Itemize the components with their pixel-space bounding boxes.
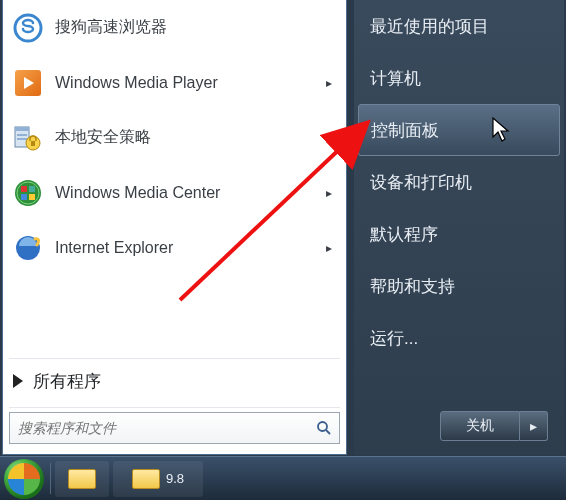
right-item-label: 控制面板	[371, 119, 439, 142]
svg-rect-3	[15, 127, 29, 131]
program-label: 搜狗高速浏览器	[55, 17, 338, 38]
sogou-icon	[11, 11, 45, 45]
program-label: 本地安全策略	[55, 127, 338, 148]
taskbar-pinned-explorer[interactable]	[55, 461, 109, 497]
arrow-right-icon	[13, 374, 23, 388]
svg-rect-5	[17, 138, 27, 140]
program-label: Windows Media Center	[55, 184, 316, 202]
start-menu: 搜狗高速浏览器 Windows Media Player ▸ 本地安全策略	[0, 0, 566, 500]
shutdown-options-button[interactable]: ▸	[520, 411, 548, 441]
right-item-recent[interactable]: 最近使用的项目	[354, 0, 564, 52]
search-row	[3, 408, 346, 454]
secpol-icon	[11, 121, 45, 155]
right-item-label: 最近使用的项目	[370, 15, 489, 38]
right-item-run[interactable]: 运行...	[354, 312, 564, 364]
svg-rect-4	[17, 134, 27, 136]
program-label: Windows Media Player	[55, 74, 316, 92]
right-item-computer[interactable]: 计算机	[354, 52, 564, 104]
svg-point-8	[15, 180, 41, 206]
svg-rect-12	[21, 194, 27, 200]
start-orb[interactable]	[4, 459, 44, 499]
folder-icon	[68, 469, 96, 489]
wmc-icon	[11, 176, 45, 210]
program-item-sogou[interactable]: 搜狗高速浏览器	[5, 0, 344, 55]
wmp-icon	[11, 66, 45, 100]
program-item-wmc[interactable]: Windows Media Center ▸	[5, 165, 344, 220]
taskbar-running-item[interactable]: 9.8	[113, 461, 203, 497]
submenu-arrow-icon: ▸	[326, 186, 338, 200]
right-item-label: 运行...	[370, 327, 418, 350]
taskbar: 9.8	[0, 456, 566, 500]
shutdown-button[interactable]: 关机	[440, 411, 520, 441]
right-item-label: 设备和打印机	[370, 171, 472, 194]
start-menu-right-panel: 最近使用的项目 计算机 控制面板 设备和打印机 默认程序 帮助和支持 运行...…	[354, 0, 564, 455]
program-item-secpol[interactable]: 本地安全策略	[5, 110, 344, 165]
right-item-label: 默认程序	[370, 223, 438, 246]
start-menu-left-panel: 搜狗高速浏览器 Windows Media Player ▸ 本地安全策略	[2, 0, 347, 455]
program-label: Internet Explorer	[55, 239, 316, 257]
folder-icon	[132, 469, 160, 489]
svg-rect-10	[21, 186, 27, 192]
right-item-control-panel[interactable]: 控制面板	[358, 104, 560, 156]
chevron-right-icon: ▸	[530, 418, 537, 434]
right-item-help[interactable]: 帮助和支持	[354, 260, 564, 312]
spacer	[354, 364, 564, 455]
taskbar-separator	[50, 463, 51, 493]
shutdown-row: 关机 ▸	[440, 411, 548, 441]
svg-rect-11	[29, 186, 35, 192]
svg-rect-13	[29, 194, 35, 200]
submenu-arrow-icon: ▸	[326, 76, 338, 90]
program-item-ie[interactable]: Internet Explorer ▸	[5, 220, 344, 275]
program-list: 搜狗高速浏览器 Windows Media Player ▸ 本地安全策略	[3, 0, 346, 354]
program-item-wmp[interactable]: Windows Media Player ▸	[5, 55, 344, 110]
svg-point-15	[318, 422, 327, 431]
svg-rect-7	[31, 141, 35, 146]
svg-line-16	[326, 430, 330, 434]
all-programs-label: 所有程序	[33, 370, 101, 393]
submenu-arrow-icon: ▸	[326, 241, 338, 255]
shutdown-label: 关机	[466, 417, 494, 435]
right-item-devices[interactable]: 设备和打印机	[354, 156, 564, 208]
right-item-label: 计算机	[370, 67, 421, 90]
search-icon	[316, 420, 332, 436]
right-item-default-programs[interactable]: 默认程序	[354, 208, 564, 260]
taskbar-item-label: 9.8	[166, 471, 184, 486]
all-programs-button[interactable]: 所有程序	[3, 359, 346, 403]
search-input[interactable]	[9, 412, 340, 444]
ie-icon	[11, 231, 45, 265]
right-item-label: 帮助和支持	[370, 275, 455, 298]
